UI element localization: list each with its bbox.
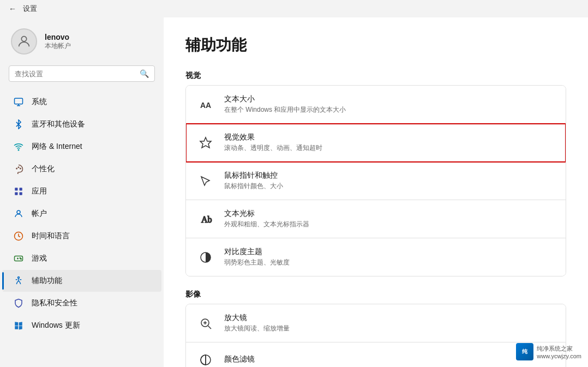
settings-item-mouse-pointer[interactable]: 鼠标指针和触控 鼠标指针颜色、大小 [186,162,566,200]
settings-item-contrast-title: 对比度主题 [224,247,290,257]
sidebar-item-windows-update[interactable]: Windows 更新 [2,315,161,336]
svg-point-12 [17,210,20,214]
sidebar-item-label-accounts: 帐户 [32,209,47,219]
page-title: 辅助功能 [185,35,566,56]
search-icon: 🔍 [140,69,149,78]
settings-item-text-cursor[interactable]: Ab 文本光标 外观和粗细、文本光标指示器 [186,200,566,238]
section-title-shadow: 影像 [185,290,566,299]
sidebar-item-personalize[interactable]: 个性化 [2,158,161,180]
avatar [11,28,37,55]
settings-item-text-size-title: 文本大小 [224,94,346,104]
sidebar-item-label-bluetooth: 蓝牙和其他设备 [32,119,85,129]
sidebar-item-label-network: 网络 & Internet [32,142,82,152]
svg-rect-10 [15,192,17,195]
settings-item-text-size-desc: 在整个 Windows 和应用中显示的文本大小 [224,105,346,115]
text-size-icon: AA [197,96,214,113]
svg-rect-11 [20,192,22,195]
search-input[interactable] [15,70,135,78]
settings-item-color-filter-title: 颜色滤镜 [224,354,255,364]
svg-rect-8 [15,188,17,190]
person-icon [13,208,24,219]
content-area: 辅助功能 视觉 AA 文本大小 在整个 Windows 和应用中显示的文本大小 [164,17,588,367]
svg-point-0 [21,37,26,41]
svg-point-4 [18,149,19,151]
settings-item-magnifier-title: 放大镜 [224,313,290,323]
sidebar-item-label-apps: 应用 [32,186,47,196]
svg-point-19 [18,277,20,279]
gaming-icon [13,253,24,264]
section-shadow: 影像 放大镜 放大镜阅读、缩放增量 [185,290,566,367]
svg-point-18 [21,258,22,260]
back-button[interactable]: ← [7,2,19,15]
sidebar-item-label-privacy: 隐私和安全性 [32,298,77,308]
settings-item-contrast-desc: 弱势彩色主题、光敏度 [224,258,290,267]
settings-item-visual-effects-title: 视觉效果 [224,133,322,142]
svg-marker-21 [200,137,211,148]
svg-point-5 [16,168,17,169]
sidebar-item-time[interactable]: 时间和语言 [2,225,161,247]
settings-item-text-cursor-desc: 外观和粗细、文本光标指示器 [224,220,309,229]
settings-list-vision: AA 文本大小 在整个 Windows 和应用中显示的文本大小 [185,85,566,276]
settings-item-visual-effects-text: 视觉效果 滚动条、透明度、动画、通知超时 [224,133,322,153]
color-filter-icon [197,351,214,367]
bluetooth-icon [13,119,24,130]
sidebar-item-label-gaming: 游戏 [32,254,47,263]
magnifier-icon [197,315,214,332]
sidebar-item-accounts[interactable]: 帐户 [2,203,161,225]
watermark-logo: 纯 [516,343,533,360]
cursor-icon [197,172,214,190]
watermark: 纯 纯净系统之家 www.ycwjzy.com [516,343,581,360]
user-info: lenovo 本地帐户 [45,33,71,51]
settings-item-magnifier-text: 放大镜 放大镜阅读、缩放增量 [224,313,290,333]
sidebar: lenovo 本地帐户 🔍 系统 [0,17,164,367]
apps-icon [13,186,24,197]
titlebar-title: 设置 [23,4,37,14]
sidebar-item-system[interactable]: 系统 [2,91,161,113]
section-vision: 视觉 AA 文本大小 在整个 Windows 和应用中显示的文本大小 [185,71,566,276]
sidebar-item-label-time: 时间和语言 [32,231,70,241]
user-name: lenovo [45,33,71,41]
sidebar-item-accessibility[interactable]: 辅助功能 [2,270,161,292]
sidebar-item-label-system: 系统 [32,97,47,107]
sidebar-item-label-accessibility: 辅助功能 [32,276,62,286]
svg-point-7 [20,168,21,169]
settings-item-text-size-text: 文本大小 在整个 Windows 和应用中显示的文本大小 [224,94,346,115]
sidebar-item-network[interactable]: 网络 & Internet [2,136,161,158]
svg-rect-1 [15,98,23,104]
paint-icon [13,164,24,175]
svg-text:Ab: Ab [201,215,212,224]
settings-item-magnifier-desc: 放大镜阅读、缩放增量 [224,324,290,333]
svg-point-6 [18,167,19,168]
settings-item-mouse-pointer-title: 鼠标指针和触控 [224,171,283,181]
svg-rect-9 [20,188,22,190]
nav-list: 系统 蓝牙和其他设备 [0,91,164,336]
settings-item-mouse-pointer-text: 鼠标指针和触控 鼠标指针颜色、大小 [224,171,283,191]
settings-item-visual-effects[interactable]: 视觉效果 滚动条、透明度、动画、通知超时 [186,124,566,162]
monitor-icon [13,97,24,107]
watermark-text: 纯净系统之家 www.ycwjzy.com [537,345,581,359]
text-cursor-icon: Ab [197,210,214,228]
windows-icon [13,320,24,331]
svg-text:AA: AA [200,101,211,110]
sidebar-item-gaming[interactable]: 游戏 [2,248,161,269]
contrast-icon [197,249,214,266]
search-container: 🔍 [0,65,164,91]
user-account: 本地帐户 [45,41,71,51]
settings-item-magnifier[interactable]: 放大镜 放大镜阅读、缩放增量 [186,304,566,342]
user-profile[interactable]: lenovo 本地帐户 [0,22,164,65]
sidebar-item-privacy[interactable]: 隐私和安全性 [2,292,161,314]
sidebar-item-label-personalize: 个性化 [32,164,55,174]
settings-item-visual-effects-desc: 滚动条、透明度、动画、通知超时 [224,143,322,153]
settings-item-color-filter-text: 颜色滤镜 [224,354,255,365]
section-title-vision: 视觉 [185,71,566,81]
search-box: 🔍 [9,65,155,82]
settings-item-color-filter[interactable]: 颜色滤镜 [186,342,566,367]
clock-icon [13,231,24,242]
sidebar-item-apps[interactable]: 应用 [2,181,161,202]
visual-effects-icon [197,134,214,152]
settings-item-text-size[interactable]: AA 文本大小 在整个 Windows 和应用中显示的文本大小 [186,86,566,124]
sidebar-item-bluetooth[interactable]: 蓝牙和其他设备 [2,113,161,135]
settings-item-contrast[interactable]: 对比度主题 弱势彩色主题、光敏度 [186,238,566,276]
settings-item-contrast-text: 对比度主题 弱势彩色主题、光敏度 [224,247,290,267]
svg-line-25 [208,326,212,329]
